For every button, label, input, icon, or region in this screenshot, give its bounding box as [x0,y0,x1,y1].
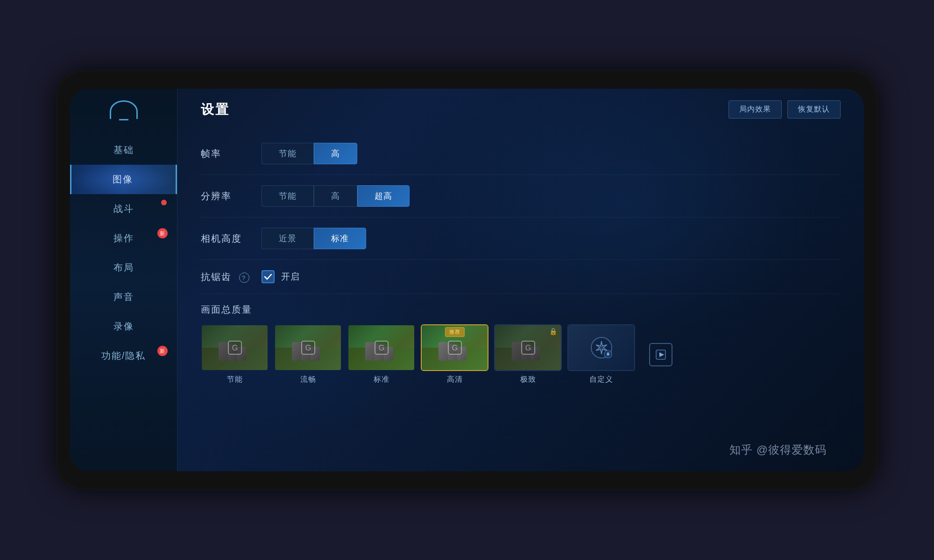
preset-label-gaoqing: 高清 [447,375,463,385]
antialiasing-checkbox-area: 开启 [262,270,300,283]
sidebar-item-gongneng[interactable]: 功能/隐私 新 [70,341,177,371]
phone-screen: 基础 图像 战斗 操作 新 布局 声音 录像 功能/隐私 [70,89,864,471]
preset-zidingyi[interactable]: 自定义 [567,324,635,385]
camera-row: 相机高度 近景 标准 [201,217,841,260]
preset-gaoqing[interactable]: G 推荐 高清 [421,324,488,385]
preset-thumb-jieneng: G [201,324,269,371]
effect-button[interactable]: 局内效果 [729,100,782,119]
antialiasing-checkbox[interactable] [262,270,275,283]
preset-label-zidingyi: 自定义 [589,375,613,385]
caozuo-badge: 新 [157,228,168,238]
sidebar-item-luxiang[interactable]: 录像 [70,312,177,341]
preset-liuchang[interactable]: G 流畅 [274,324,342,385]
camera-option-jinjing[interactable]: 近景 [262,228,314,249]
resolution-option-jieneng[interactable]: 节能 [262,185,314,207]
sidebar-item-shengyin[interactable]: 声音 [70,282,177,312]
preset-label-biaozhun: 标准 [374,375,389,385]
logo-icon [110,100,138,119]
framerate-option-jieneng[interactable]: 节能 [262,143,314,164]
resolution-row: 分辨率 节能 高 超高 [201,175,841,217]
resolution-options: 节能 高 超高 [262,185,410,207]
preset-thumb-zidingyi [567,324,635,371]
lock-icon: 🔒 [549,328,557,335]
phone-outer: 基础 图像 战斗 操作 新 布局 声音 录像 功能/隐私 [56,70,878,490]
resolution-option-chaogao[interactable]: 超高 [357,185,410,207]
preset-thumb-liuchang: G [274,324,342,371]
watermark: 知乎 @彼得爱数码 [729,442,827,457]
preset-biaozhun[interactable]: G 标准 [347,324,415,385]
quality-section: 画面总质量 [201,303,841,385]
antialiasing-row: 抗锯齿 ? 开启 [201,260,841,294]
sidebar-item-buju[interactable]: 布局 [70,253,177,282]
page-title: 设置 [201,101,230,119]
preset-thumb-jizhi: G 🔒 [494,324,562,371]
preset-thumb-gaoqing: G 推荐 [421,324,488,371]
svg-text:G: G [525,344,531,352]
top-bar: 设置 局内效果 恢复默认 [201,100,841,119]
framerate-option-gao[interactable]: 高 [314,143,357,164]
sidebar-logo [107,98,140,121]
preset-jieneng[interactable]: G 节能 [201,324,269,385]
svg-text:G: G [232,344,237,352]
preset-thumb-biaozhun: G [347,324,415,371]
preset-tag-tuijian: 推荐 [445,327,465,337]
zhandou-badge [161,200,167,205]
framerate-row: 帧率 节能 高 [201,133,841,175]
preset-label-jieneng: 节能 [227,375,243,385]
main-content: 设置 局内效果 恢复默认 帧率 节能 高 分辨率 节能 高 [177,89,864,471]
svg-text:G: G [378,344,384,352]
preset-jizhi[interactable]: G 🔒 极致 [494,324,562,385]
antialiasing-help-icon[interactable]: ? [239,273,249,283]
camera-option-biaozhun[interactable]: 标准 [314,228,366,249]
sidebar-item-caozuo[interactable]: 操作 新 [70,224,177,253]
resolution-label: 分辨率 [201,190,262,203]
top-buttons: 局内效果 恢复默认 [729,100,841,119]
camera-options: 近景 标准 [262,228,366,249]
antialiasing-toggle-label: 开启 [281,271,300,283]
preset-label-jizhi: 极致 [520,375,536,385]
quality-presets: G 节能 [201,324,635,385]
svg-text:G: G [452,344,457,352]
preset-label-liuchang: 流畅 [300,375,316,385]
gongneng-badge: 新 [157,346,168,356]
sidebar: 基础 图像 战斗 操作 新 布局 声音 录像 功能/隐私 [70,89,177,471]
resolution-option-gao[interactable]: 高 [314,185,357,207]
framerate-label: 帧率 [201,147,262,160]
camera-label: 相机高度 [201,232,262,245]
sidebar-item-zhandou[interactable]: 战斗 [70,194,177,224]
sidebar-item-tuxiang[interactable]: 图像 [70,165,177,194]
framerate-options: 节能 高 [262,143,357,164]
svg-text:G: G [305,344,311,352]
sidebar-item-jichu[interactable]: 基础 [70,135,177,165]
antialiasing-label: 抗锯齿 ? [201,271,262,283]
play-button[interactable] [649,343,672,366]
quality-title: 画面总质量 [201,303,841,316]
reset-button[interactable]: 恢复默认 [787,100,841,119]
